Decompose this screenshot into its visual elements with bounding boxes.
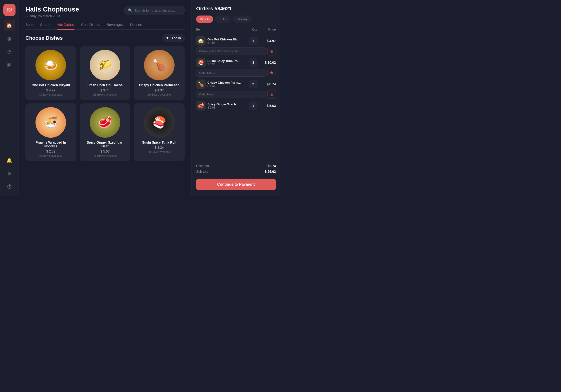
order-tab-to-go[interactable]: To Go <box>215 15 231 23</box>
dish-image-2: 🍗 <box>144 50 174 80</box>
col-item-label: Item <box>196 28 250 31</box>
order-item-row-3: 🥩 Spicy Ginger Szech... $ 5.63 1 $ 5.63 <box>196 101 276 110</box>
dish-avail-1: 25 Bowls available <box>93 93 117 96</box>
dish-name-1: Fresh Corn Grill Tacos <box>87 83 123 87</box>
discount-value: $2.74 <box>268 164 276 168</box>
item-qty-0[interactable]: 1 <box>249 37 258 45</box>
dish-card-2[interactable]: 🍗 Crispy Chicken Parmesan $ 4.37 20 Bowl… <box>134 46 185 100</box>
dish-card-4[interactable]: 🥩 Spicy Ginger Szechuan Beef $ 5.63 15 B… <box>80 103 131 161</box>
sidebar-item-settings[interactable]: ⚙ <box>4 168 15 179</box>
item-price-3: $ 5.63 <box>207 106 247 109</box>
tab-cold-dishes[interactable]: Cold Dishes <box>81 22 100 29</box>
dish-price-5: $ 3.34 <box>155 146 164 150</box>
dish-price-1: $ 3.74 <box>101 88 110 92</box>
order-tab-dine-in[interactable]: Dine In <box>196 15 213 23</box>
order-note-input-2[interactable] <box>196 91 266 98</box>
col-qty-label: Qty <box>250 28 259 31</box>
tab-dessert[interactable]: Dessert <box>130 22 142 29</box>
item-thumbnail-0: 🍛 <box>196 36 205 46</box>
order-title: Orders #84621 <box>196 6 276 12</box>
order-columns-header: Item Qty Price <box>196 28 276 33</box>
sidebar-item-logout[interactable]: ⏻ <box>4 181 15 192</box>
dish-avail-3: 35 Bowls available <box>39 154 63 157</box>
tab-beverages[interactable]: Beverages <box>107 22 124 29</box>
order-note-input-0[interactable] <box>196 47 266 55</box>
subtotal-value: $ 26.62 <box>265 170 276 174</box>
subtotal-label: Sub total <box>196 170 209 174</box>
subtotal-row: Sub total $ 26.62 <box>196 170 276 174</box>
tab-soup[interactable]: Soup <box>25 22 33 29</box>
dish-avail-4: 15 Bowls available <box>93 154 117 157</box>
item-total-0: $ 4.97 <box>259 39 276 43</box>
restaurant-name: Halls Chophouse <box>25 6 79 13</box>
item-thumbnail-1: 🍣 <box>196 58 205 67</box>
item-price-1: $ 3.34 <box>207 63 247 66</box>
item-thumbnail-2: 🍗 <box>196 79 205 89</box>
item-total-2: $ 8.74 <box>259 82 276 86</box>
continue-payment-button[interactable]: Continue to Payment <box>196 179 276 190</box>
item-qty-1[interactable]: 3 <box>249 58 258 67</box>
dish-grid: 🍛 One Pot Chicken Biryani $ 4.97 30 Bowl… <box>25 46 185 161</box>
dish-card-1[interactable]: 🌮 Fresh Corn Grill Tacos $ 3.74 25 Bowls… <box>80 46 131 100</box>
dish-image-4: 🥩 <box>90 107 120 138</box>
dine-in-label: Dine In <box>171 36 181 40</box>
search-icon: 🔍 <box>128 8 133 13</box>
item-total-1: $ 10.02 <box>259 61 276 64</box>
tab-hot-dishes[interactable]: Hot Dishes <box>57 22 75 29</box>
order-type-tabs: Dine In To Go Delivery <box>196 15 276 23</box>
dish-avail-2: 20 Bowls available <box>148 93 171 96</box>
item-name-2: Crispy Chicken Parm... <box>207 81 247 84</box>
section-header: Choose Dishes ▼ Dine In <box>25 34 185 42</box>
order-item-0: 🍛 One Pot Chicken Bir... $ 4.97 1 $ 4.97… <box>196 36 276 55</box>
app-logo[interactable]: 🍽 <box>3 4 15 16</box>
sidebar-item-home[interactable]: 🏠 <box>4 20 15 31</box>
dish-name-4: Spicy Ginger Szechuan Beef <box>83 141 127 148</box>
order-note-row-2: 🗑 <box>196 90 276 99</box>
order-tab-delivery[interactable]: Delivery <box>233 15 251 23</box>
order-note-input-1[interactable] <box>196 69 266 76</box>
dish-name-0: One Pot Chicken Biryani <box>32 83 70 87</box>
search-input[interactable] <box>135 9 180 12</box>
restaurant-info: Halls Chophouse Sunday, 26 March 2023 <box>25 6 79 18</box>
dish-avail-5: 20 Bowls available <box>148 150 171 154</box>
item-price-0: $ 4.97 <box>207 41 247 44</box>
dish-image-1: 🌮 <box>90 50 120 80</box>
delete-item-1[interactable]: 🗑 <box>267 69 276 77</box>
item-qty-3[interactable]: 1 <box>249 101 258 110</box>
dish-card-3[interactable]: 🍜 Prawns Wrapped In Noodles $ 2.82 35 Bo… <box>25 103 76 161</box>
item-thumbnail-3: 🥩 <box>196 101 205 110</box>
order-note-row-1: 🗑 <box>196 69 276 77</box>
item-name-1: Sushi Spicy Tuna Ro... <box>207 59 247 63</box>
dine-in-filter[interactable]: ▼ Dine In <box>162 34 185 42</box>
sidebar-item-orders[interactable]: ◕ <box>4 33 15 44</box>
main-header: Halls Chophouse Sunday, 26 March 2023 🔍 <box>25 6 185 18</box>
delete-item-2[interactable]: 🗑 <box>267 90 276 99</box>
nav-tabs: Soup Starter Hot Dishes Cold Dishes Beve… <box>25 22 185 30</box>
order-summary: Discount $2.74 Sub total $ 26.62 Continu… <box>196 161 276 190</box>
sidebar-item-notification[interactable]: 🔔 <box>4 155 15 166</box>
delete-item-0[interactable]: 🗑 <box>267 47 276 55</box>
order-item-row-1: 🍣 Sushi Spicy Tuna Ro... $ 3.34 3 $ 10.0… <box>196 58 276 67</box>
search-bar[interactable]: 🔍 <box>124 6 185 15</box>
order-items-list: 🍛 One Pot Chicken Bir... $ 4.97 1 $ 4.97… <box>196 36 276 161</box>
item-total-3: $ 5.63 <box>259 104 276 108</box>
order-item-row-2: 🍗 Crispy Chicken Parm... $ 4.37 2 $ 8.74 <box>196 79 276 89</box>
tab-starter[interactable]: Starter <box>40 22 51 29</box>
sidebar-item-inbox[interactable]: ▣ <box>4 59 15 70</box>
dish-avail-0: 30 Bowls available <box>39 93 63 96</box>
item-qty-2[interactable]: 2 <box>249 80 258 88</box>
dish-image-5: 🍣 <box>144 107 174 138</box>
item-details-3: Spicy Ginger Szech... $ 5.63 <box>207 102 247 109</box>
sidebar-item-chart[interactable]: ◔ <box>4 46 15 57</box>
dish-card-0[interactable]: 🍛 One Pot Chicken Biryani $ 4.97 30 Bowl… <box>25 46 76 100</box>
sidebar: 🍽 🏠 ◕ ◔ ▣ 🔔 ⚙ ⏻ <box>0 0 19 196</box>
dish-card-5[interactable]: 🍣 Sushi Spicy Tuna Roll $ 3.34 20 Bowls … <box>134 103 185 161</box>
item-name-3: Spicy Ginger Szech... <box>207 102 247 106</box>
order-item-row-0: 🍛 One Pot Chicken Bir... $ 4.97 1 $ 4.97 <box>196 36 276 46</box>
dish-price-3: $ 2.82 <box>46 150 55 153</box>
discount-label: Discount <box>196 164 209 168</box>
restaurant-date: Sunday, 26 March 2023 <box>25 14 79 18</box>
item-price-2: $ 4.37 <box>207 84 247 88</box>
item-details-2: Crispy Chicken Parm... $ 4.37 <box>207 81 247 88</box>
order-note-row-0: 🗑 <box>196 47 276 55</box>
